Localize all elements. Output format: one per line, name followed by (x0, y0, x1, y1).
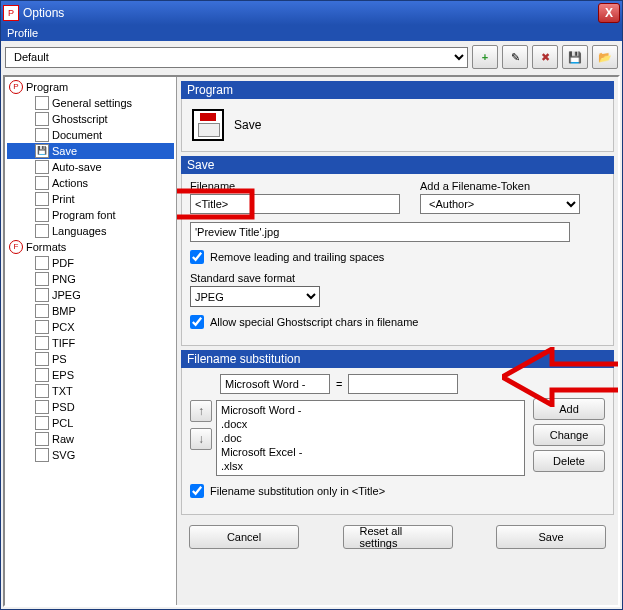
close-button[interactable]: X (598, 3, 620, 23)
tree-item-general[interactable]: General settings (7, 95, 174, 111)
file-icon (35, 336, 49, 350)
profile-delete-button[interactable]: ✖ (532, 45, 558, 69)
tree-root-program[interactable]: PProgram (7, 79, 174, 95)
section-fs-head: Filename substitution (181, 350, 614, 368)
file-icon (35, 384, 49, 398)
printer-icon (35, 192, 49, 206)
tree-item-font[interactable]: Program font (7, 207, 174, 223)
reset-button[interactable]: Reset all settings (343, 525, 453, 549)
token-select[interactable]: <Author> (420, 194, 580, 214)
file-icon (35, 272, 49, 286)
chk-gs-label: Allow special Ghostscript chars in filen… (210, 316, 418, 328)
tree-item-pdf[interactable]: PDF (7, 255, 174, 271)
profile-save-button[interactable]: 💾 (562, 45, 588, 69)
profile-bar: Profile (1, 25, 622, 41)
section-program: Save (181, 99, 614, 152)
file-icon (35, 320, 49, 334)
list-item[interactable]: .xls (221, 473, 520, 476)
program-page-label: Save (234, 118, 261, 132)
profile-open-button[interactable]: 📂 (592, 45, 618, 69)
tree-item-txt[interactable]: TXT (7, 383, 174, 399)
file-icon (35, 304, 49, 318)
tree-item-svg[interactable]: SVG (7, 447, 174, 463)
filename-input[interactable] (190, 194, 400, 214)
profile-label: Profile (7, 27, 38, 39)
chk-fs-title-only[interactable] (190, 484, 204, 498)
tree-item-document[interactable]: Document (7, 127, 174, 143)
tree-item-eps[interactable]: EPS (7, 367, 174, 383)
doc-icon (35, 96, 49, 110)
file-icon (35, 352, 49, 366)
tree-item-languages[interactable]: Languages (7, 223, 174, 239)
font-icon (35, 208, 49, 222)
tree-item-pcx[interactable]: PCX (7, 319, 174, 335)
floppy-icon: 💾 (568, 51, 582, 64)
formats-icon: F (9, 240, 23, 254)
chk-fs-title-label: Filename substitution only in <Title> (210, 485, 385, 497)
file-icon (35, 432, 49, 446)
tree-item-bmp[interactable]: BMP (7, 303, 174, 319)
tree-item-actions[interactable]: Actions (7, 175, 174, 191)
tree-item-raw[interactable]: Raw (7, 431, 174, 447)
token-label: Add a Filename-Token (420, 180, 580, 192)
fs-move-up[interactable]: ↑ (190, 400, 212, 422)
cancel-button[interactable]: Cancel (189, 525, 299, 549)
list-item[interactable]: Microsoft Excel - (221, 445, 520, 459)
fs-list[interactable]: Microsoft Word - .docx .doc Microsoft Ex… (216, 400, 525, 476)
profile-row: Default + ✎ ✖ 💾 📂 (1, 41, 622, 73)
section-save-head: Save (181, 156, 614, 174)
chk-gs-chars[interactable] (190, 315, 204, 329)
fs-move-down[interactable]: ↓ (190, 428, 212, 450)
floppy-icon: 💾 (35, 144, 49, 158)
std-format-label: Standard save format (190, 272, 605, 284)
file-icon (35, 368, 49, 382)
delete-icon: ✖ (541, 51, 550, 64)
fs-replace-input[interactable] (348, 374, 458, 394)
profile-add-button[interactable]: + (472, 45, 498, 69)
plus-icon: + (482, 51, 488, 63)
tree-item-save[interactable]: 💾Save (7, 143, 174, 159)
file-icon (35, 256, 49, 270)
tree-item-jpeg[interactable]: JPEG (7, 287, 174, 303)
flag-icon (35, 224, 49, 238)
tree-item-print[interactable]: Print (7, 191, 174, 207)
tree-root-formats[interactable]: FFormats (7, 239, 174, 255)
filename-preview (190, 222, 570, 242)
tree-item-psd[interactable]: PSD (7, 399, 174, 415)
chk-trim-spaces[interactable] (190, 250, 204, 264)
tree-item-tiff[interactable]: TIFF (7, 335, 174, 351)
fs-change-button[interactable]: Change (533, 424, 605, 446)
save-large-icon (192, 109, 224, 141)
list-item[interactable]: .xlsx (221, 459, 520, 473)
section-save: Filename Add a Filename-Token <Author> R… (181, 174, 614, 346)
file-icon (35, 416, 49, 430)
file-icon (35, 448, 49, 462)
tree-item-ps[interactable]: PS (7, 351, 174, 367)
list-item[interactable]: .docx (221, 417, 520, 431)
list-item[interactable]: Microsoft Word - (221, 403, 520, 417)
section-program-head: Program (181, 81, 614, 99)
doc-icon (35, 160, 49, 174)
std-format-select[interactable]: JPEG (190, 286, 320, 307)
save-button[interactable]: Save (496, 525, 606, 549)
tree-item-png[interactable]: PNG (7, 271, 174, 287)
profile-select[interactable]: Default (5, 47, 468, 68)
bottom-row: Cancel Reset all settings Save (181, 515, 614, 559)
tree-item-pcl[interactable]: PCL (7, 415, 174, 431)
tree-item-ghostscript[interactable]: Ghostscript (7, 111, 174, 127)
doc-icon (35, 176, 49, 190)
filename-label: Filename (190, 180, 400, 192)
body-split: PProgram General settings Ghostscript Do… (3, 75, 620, 607)
file-icon (35, 288, 49, 302)
tree-item-autosave[interactable]: Auto-save (7, 159, 174, 175)
pencil-icon: ✎ (511, 51, 520, 64)
fs-add-button[interactable]: Add (533, 398, 605, 420)
fs-delete-button[interactable]: Delete (533, 450, 605, 472)
right-pane: Program Save Save Filename Add a Filenam… (177, 77, 618, 605)
file-icon (35, 400, 49, 414)
equals-label: = (336, 378, 342, 390)
fs-match-input[interactable] (220, 374, 330, 394)
list-item[interactable]: .doc (221, 431, 520, 445)
profile-edit-button[interactable]: ✎ (502, 45, 528, 69)
options-window: P Options X Profile Default + ✎ ✖ 💾 📂 PP… (0, 0, 623, 610)
